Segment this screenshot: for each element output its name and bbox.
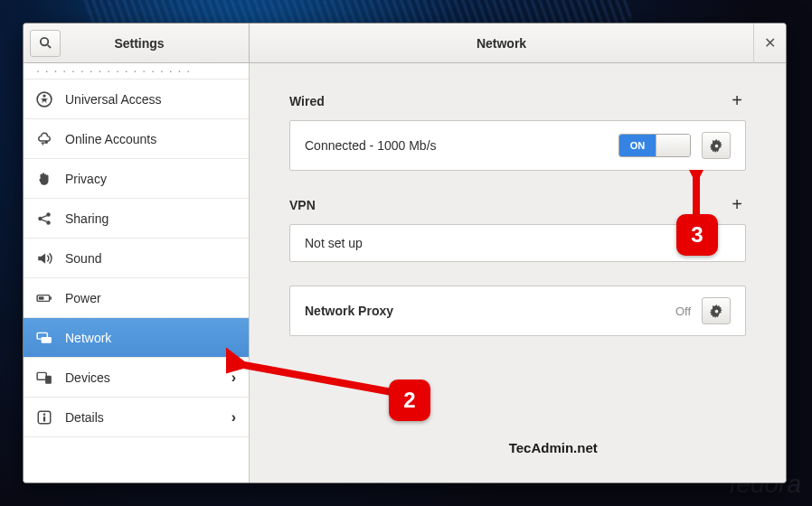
sidebar[interactable]: · · · · · · · · · · · · · · · · · · Univ…: [24, 63, 250, 483]
sidebar-item-online-accounts[interactable]: Online Accounts: [24, 119, 249, 159]
proxy-settings-button[interactable]: [702, 297, 731, 324]
battery-icon: [36, 290, 52, 306]
sidebar-item-devices[interactable]: Devices ›: [24, 358, 249, 398]
sidebar-item-network[interactable]: Network: [24, 318, 249, 358]
tecadmin-watermark: TecAdmin.net: [509, 440, 598, 455]
hand-icon: [36, 171, 52, 187]
wired-toggle[interactable]: ON: [618, 134, 691, 157]
sidebar-item-details[interactable]: Details ›: [24, 398, 249, 437]
svg-rect-17: [43, 416, 45, 421]
close-button[interactable]: ✕: [753, 23, 786, 63]
sidebar-item-universal-access[interactable]: Universal Access: [24, 80, 249, 119]
svg-line-1: [47, 45, 50, 48]
search-icon: [39, 36, 52, 50]
svg-rect-13: [37, 372, 46, 380]
annotation-badge-2: 2: [389, 380, 430, 421]
add-wired-button[interactable]: +: [728, 90, 746, 111]
titlebar: Settings Network ✕: [24, 23, 786, 63]
close-icon: ✕: [764, 34, 776, 52]
proxy-row: Network Proxy Off: [290, 286, 745, 335]
search-button[interactable]: [30, 30, 61, 57]
wired-section-header: Wired +: [289, 90, 746, 111]
wired-status-label: Connected - 1000 Mb/s: [305, 138, 608, 153]
settings-title: Settings: [61, 36, 218, 51]
accessibility-icon: [36, 91, 52, 108]
share-icon: [36, 211, 52, 227]
svg-rect-16: [43, 413, 45, 415]
titlebar-left: Settings: [24, 23, 250, 62]
sidebar-item-label: Universal Access: [65, 92, 162, 107]
vpn-status-label: Not set up: [305, 236, 731, 250]
toggle-on-label: ON: [619, 135, 656, 156]
annotation-badge-3: 3: [676, 214, 718, 256]
sidebar-overflow-top: · · · · · · · · · · · · · · · · · ·: [24, 63, 249, 80]
svg-rect-10: [39, 296, 44, 299]
sidebar-item-label: Devices: [65, 370, 110, 385]
wired-settings-button[interactable]: [702, 132, 731, 159]
sidebar-item-sound[interactable]: Sound: [24, 239, 249, 278]
wired-card: Connected - 1000 Mb/s ON: [289, 120, 746, 171]
proxy-status-label: Off: [675, 305, 691, 318]
svg-rect-9: [50, 296, 52, 299]
content-panel: Wired + Connected - 1000 Mb/s ON VPN: [250, 63, 786, 483]
sidebar-item-label: Sharing: [65, 211, 109, 226]
sidebar-item-label: Sound: [65, 251, 101, 266]
chevron-right-icon: ›: [231, 409, 236, 426]
add-vpn-button[interactable]: +: [728, 194, 746, 215]
sidebar-item-label: Network: [65, 331, 111, 345]
panel-title: Network: [250, 36, 753, 51]
svg-rect-12: [42, 336, 52, 342]
svg-point-3: [42, 94, 45, 97]
sidebar-item-label: Privacy: [65, 172, 107, 186]
network-icon: [36, 330, 52, 346]
sidebar-item-sharing[interactable]: Sharing: [24, 199, 249, 239]
sidebar-item-label: Online Accounts: [65, 132, 156, 146]
svg-rect-14: [45, 375, 52, 383]
proxy-card: Network Proxy Off: [289, 286, 746, 336]
gear-icon: [710, 139, 723, 153]
titlebar-right: Network ✕: [250, 23, 786, 62]
gear-icon: [710, 305, 723, 318]
sidebar-item-label: Power: [65, 291, 101, 305]
svg-point-0: [40, 38, 47, 45]
info-icon: [36, 409, 52, 426]
svg-point-4: [45, 140, 48, 143]
sidebar-item-label: Details: [65, 410, 104, 425]
wired-connection-row: Connected - 1000 Mb/s ON: [290, 121, 745, 170]
cloud-key-icon: [36, 131, 52, 147]
proxy-label: Network Proxy: [305, 304, 665, 318]
vpn-header-label: VPN: [289, 198, 316, 212]
wired-header-label: Wired: [289, 94, 325, 108]
devices-icon: [36, 370, 52, 386]
toggle-knob: [656, 135, 690, 156]
speaker-icon: [36, 250, 52, 267]
sidebar-item-power[interactable]: Power: [24, 278, 249, 318]
sidebar-item-privacy[interactable]: Privacy: [24, 159, 249, 199]
